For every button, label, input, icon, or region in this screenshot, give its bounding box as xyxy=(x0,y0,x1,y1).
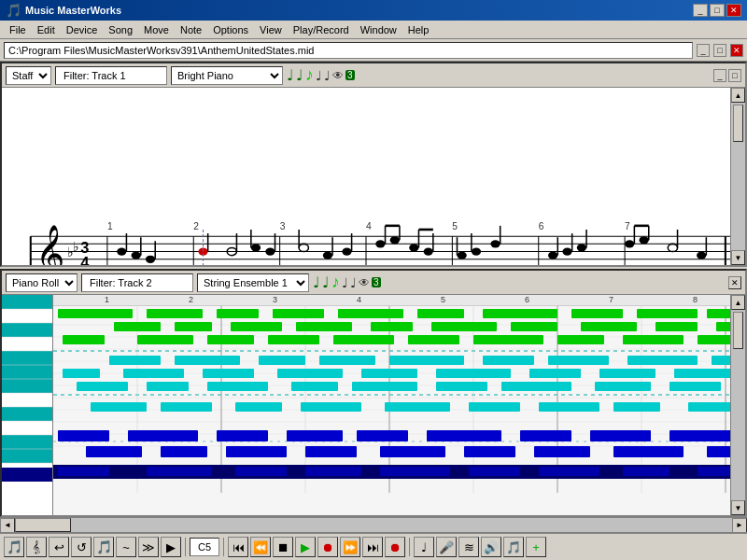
svg-point-86 xyxy=(625,240,634,247)
addr-minimize-button[interactable]: _ xyxy=(697,44,710,57)
svg-rect-191 xyxy=(371,322,413,331)
menu-help[interactable]: Help xyxy=(402,22,435,37)
piano-roll-view-select[interactable]: Piano Roll xyxy=(6,273,78,292)
transport-rewind[interactable]: ⏮ xyxy=(228,537,248,557)
transport-stop[interactable]: ⏹ xyxy=(273,537,293,557)
staff-maximize-button[interactable]: □ xyxy=(728,69,741,82)
address-input[interactable] xyxy=(4,42,693,59)
svg-point-44 xyxy=(117,247,126,255)
close-button[interactable]: ✕ xyxy=(726,4,741,17)
svg-rect-195 xyxy=(655,322,698,331)
h-scroll-left[interactable]: ◄ xyxy=(0,518,15,533)
svg-rect-237 xyxy=(235,402,282,412)
svg-rect-250 xyxy=(520,430,571,441)
svg-rect-233 xyxy=(669,382,721,391)
svg-point-93 xyxy=(697,252,706,259)
app-title: Music MasterWorks xyxy=(25,5,121,16)
svg-rect-134 xyxy=(2,295,53,309)
svg-rect-190 xyxy=(296,322,352,331)
svg-rect-258 xyxy=(464,446,515,457)
svg-rect-255 xyxy=(226,446,287,457)
tool-btn-r2[interactable]: 🎤 xyxy=(436,537,457,557)
menu-playrecord[interactable]: Play/Record xyxy=(288,22,355,37)
piano-keys xyxy=(2,295,53,515)
menu-device[interactable]: Device xyxy=(61,22,104,37)
staff-svg: 1 2 3 4 5 6 7 xyxy=(2,88,730,265)
svg-rect-187 xyxy=(114,322,161,331)
transport-end[interactable]: ⏭ xyxy=(362,537,383,557)
transport-record[interactable]: ⏺ xyxy=(317,537,338,557)
svg-rect-139 xyxy=(2,407,53,421)
minimize-button[interactable]: _ xyxy=(693,4,708,17)
svg-point-56 xyxy=(265,247,275,255)
svg-rect-265 xyxy=(235,467,287,476)
piano-roll-scroll-down[interactable]: ▼ xyxy=(731,500,745,515)
svg-rect-202 xyxy=(408,335,459,344)
menu-song[interactable]: Song xyxy=(103,22,138,37)
svg-rect-257 xyxy=(380,446,445,457)
svg-point-58 xyxy=(299,244,308,251)
svg-rect-261 xyxy=(707,446,730,457)
tool-btn-r5[interactable]: 🎵 xyxy=(503,537,524,557)
tool-btn-r3[interactable]: ≋ xyxy=(458,537,479,557)
tool-btn-r1[interactable]: ♩ xyxy=(414,537,434,557)
tool-btn-undo[interactable]: ↩ xyxy=(49,537,69,557)
tool-btn-3[interactable]: 🎵 xyxy=(93,537,114,557)
piano-roll-scroll-up[interactable]: ▲ xyxy=(731,295,745,310)
staff-minimize-button[interactable]: _ xyxy=(713,69,726,82)
tool-btn-play[interactable]: ▶ xyxy=(161,537,181,557)
maximize-button[interactable]: □ xyxy=(710,4,725,17)
menu-view[interactable]: View xyxy=(254,22,288,37)
svg-text:♭: ♭ xyxy=(73,239,79,254)
roll-area[interactable]: 1 2 3 4 5 6 7 8 xyxy=(53,295,730,515)
tool-btn-5[interactable]: ≫ xyxy=(138,537,159,557)
svg-rect-137 xyxy=(2,365,53,379)
svg-point-88 xyxy=(640,236,649,244)
addr-close-button[interactable]: ✕ xyxy=(730,44,743,57)
svg-rect-253 xyxy=(86,446,142,457)
menu-note[interactable]: Note xyxy=(175,22,207,37)
tool-btn-r4[interactable]: 🔊 xyxy=(481,537,501,557)
svg-point-46 xyxy=(132,252,141,259)
piano-keys-svg xyxy=(2,295,53,482)
staff-instrument-select[interactable]: Bright Piano xyxy=(171,66,283,85)
svg-rect-246 xyxy=(217,430,268,441)
tool-btn-2[interactable]: 𝄠 xyxy=(26,537,47,557)
pr-note-icon-5: ♩ xyxy=(350,275,357,290)
staff-scroll-down[interactable]: ▼ xyxy=(731,250,745,265)
staff-scroll-up[interactable]: ▲ xyxy=(731,88,745,103)
menu-edit[interactable]: Edit xyxy=(32,22,61,37)
transport-play[interactable]: ▶ xyxy=(295,537,316,557)
staff-view-select[interactable]: Staff xyxy=(6,66,51,85)
transport-forward[interactable]: ⏩ xyxy=(340,537,360,557)
transport-loop[interactable]: ⏺ xyxy=(385,537,405,557)
svg-point-69 xyxy=(409,244,418,251)
note-icon-2: ♩ xyxy=(296,66,303,84)
menu-window[interactable]: Window xyxy=(355,22,402,37)
piano-roll-filter-label: Filter: Track 2 xyxy=(81,273,193,292)
pr-note-icon-1: ♩ xyxy=(313,273,320,291)
svg-rect-211 xyxy=(389,356,464,365)
tool-btn-r6[interactable]: + xyxy=(526,537,546,557)
svg-rect-196 xyxy=(716,322,730,331)
svg-rect-238 xyxy=(301,402,361,412)
tool-btn-redo[interactable]: ↺ xyxy=(71,537,92,557)
menu-move[interactable]: Move xyxy=(138,22,175,37)
horizontal-scrollbar[interactable]: ◄ ► xyxy=(0,517,747,532)
piano-roll-scrollbar[interactable]: ▲ ▼ xyxy=(730,295,745,515)
piano-roll-instrument-select[interactable]: String Ensemble 1 xyxy=(197,273,309,292)
transport-back[interactable]: ⏪ xyxy=(250,537,271,557)
piano-roll-close-button[interactable]: ✕ xyxy=(728,276,741,289)
menu-file[interactable]: File xyxy=(4,22,32,37)
pr-eye-icon: 👁 xyxy=(359,276,370,289)
tool-btn-1[interactable]: 🎵 xyxy=(4,537,24,557)
svg-rect-270 xyxy=(623,467,669,476)
svg-rect-263 xyxy=(58,467,109,476)
tool-btn-4[interactable]: ~ xyxy=(116,537,136,557)
svg-rect-135 xyxy=(2,323,53,337)
staff-scrollbar[interactable]: ▲ ▼ xyxy=(730,88,745,265)
svg-rect-207 xyxy=(109,356,161,365)
addr-maximize-button[interactable]: □ xyxy=(713,44,726,57)
menu-options[interactable]: Options xyxy=(207,22,254,37)
h-scroll-right[interactable]: ► xyxy=(732,518,747,533)
